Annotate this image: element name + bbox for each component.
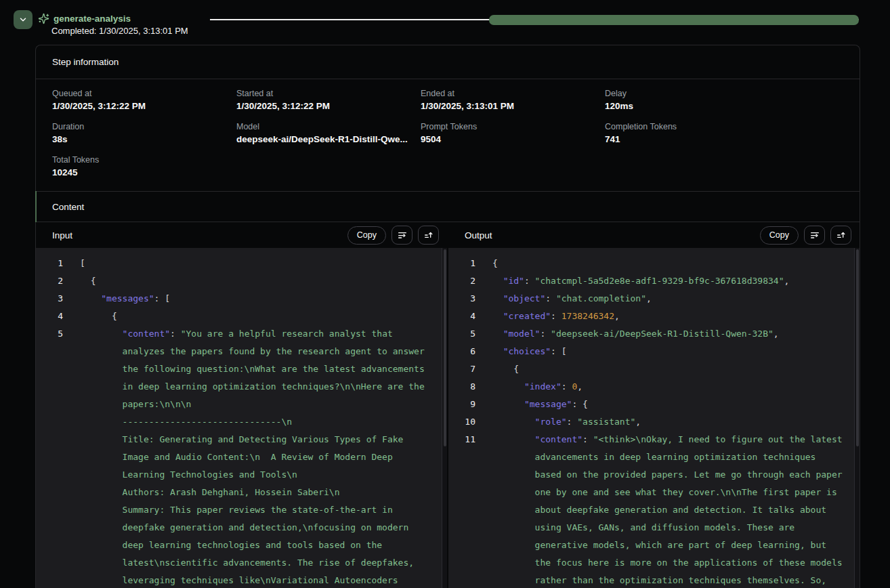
code-line: 9"message": { bbox=[448, 396, 860, 413]
output-scrollbar[interactable] bbox=[854, 248, 860, 588]
line-number: 1 bbox=[36, 255, 63, 272]
field-value: 10245 bbox=[52, 167, 236, 177]
line-number: 4 bbox=[36, 308, 63, 325]
line-number: 7 bbox=[448, 360, 475, 378]
input-scrollbar-thumb[interactable] bbox=[444, 249, 446, 446]
code-line: 3"object": "chat.completion", bbox=[448, 290, 860, 308]
wrap-text-button[interactable] bbox=[804, 226, 825, 245]
code-line: 11"content": "<think>\nOkay, I need to f… bbox=[448, 431, 860, 588]
field-value: 1/30/2025, 3:12:22 PM bbox=[52, 101, 236, 111]
scroll-to-top-icon bbox=[423, 230, 434, 240]
scroll-to-top-button[interactable] bbox=[830, 226, 851, 245]
field-started-at: Started at 1/30/2025, 3:12:22 PM bbox=[236, 89, 421, 111]
code-line: 2"id": "chatcmpl-5a5d2e8e-adf1-9329-bf9c… bbox=[448, 272, 860, 290]
line-number: 3 bbox=[448, 290, 475, 308]
wrap-text-icon bbox=[809, 230, 820, 240]
line-number: 5 bbox=[448, 325, 475, 343]
sparkles-icon bbox=[38, 13, 49, 24]
output-panel-header: Output Copy bbox=[448, 222, 860, 248]
wrap-text-button[interactable] bbox=[391, 226, 412, 245]
code-line: 5"model": "deepseek-ai/DeepSeek-R1-Disti… bbox=[448, 325, 860, 343]
code-line: 3"messages": [ bbox=[36, 290, 447, 308]
step-title: generate-analysis bbox=[54, 14, 131, 24]
copy-output-button[interactable]: Copy bbox=[760, 226, 799, 245]
output-code-viewer[interactable]: 1{2"id": "chatcmpl-5a5d2e8e-adf1-9329-bf… bbox=[448, 248, 860, 588]
line-number: 3 bbox=[36, 290, 63, 308]
scroll-to-top-icon bbox=[836, 230, 847, 240]
field-queued-at: Queued at 1/30/2025, 3:12:22 PM bbox=[52, 89, 236, 111]
code-line: 4"created": 1738246342, bbox=[448, 308, 860, 325]
line-number: 8 bbox=[448, 378, 475, 396]
wrap-text-icon bbox=[397, 230, 408, 240]
step-information-title: Step information bbox=[52, 57, 119, 67]
content-section-header[interactable]: Content bbox=[36, 191, 860, 222]
field-label: Ended at bbox=[421, 89, 605, 98]
scroll-to-top-button[interactable] bbox=[418, 226, 439, 245]
field-label: Completion Tokens bbox=[605, 122, 843, 131]
line-number: 1 bbox=[448, 255, 475, 272]
code-line: 5"content": "You are a helpful research … bbox=[36, 325, 447, 588]
line-number: 2 bbox=[36, 272, 63, 290]
code-line: 2{ bbox=[36, 272, 447, 290]
field-label: Prompt Tokens bbox=[421, 122, 605, 131]
input-scrollbar[interactable] bbox=[442, 248, 447, 588]
field-label: Queued at bbox=[52, 89, 236, 98]
line-number: 9 bbox=[448, 396, 475, 413]
line-number: 4 bbox=[448, 308, 475, 325]
output-scrollbar-thumb[interactable] bbox=[856, 249, 859, 446]
field-value: 1/30/2025, 3:12:22 PM bbox=[236, 101, 421, 111]
input-output-row: Input Copy bbox=[36, 222, 860, 588]
code-line: 4{ bbox=[36, 308, 447, 325]
code-line: 7{ bbox=[448, 360, 860, 378]
step-completed-timestamp: Completed: 1/30/2025, 3:13:01 PM bbox=[51, 26, 188, 36]
field-value: 1/30/2025, 3:13:01 PM bbox=[421, 101, 605, 111]
input-panel-header: Input Copy bbox=[36, 222, 447, 248]
field-label: Duration bbox=[52, 122, 236, 131]
field-ended-at: Ended at 1/30/2025, 3:13:01 PM bbox=[421, 89, 605, 111]
input-code-viewer[interactable]: 1[2{3"messages": [4{5"content": "You are… bbox=[36, 248, 447, 588]
copy-input-button[interactable]: Copy bbox=[347, 226, 386, 245]
field-total-tokens: Total Tokens 10245 bbox=[52, 155, 236, 177]
timeline-duration-bar[interactable] bbox=[489, 15, 859, 25]
field-prompt-tokens: Prompt Tokens 9504 bbox=[421, 122, 605, 144]
collapse-step-button[interactable] bbox=[14, 10, 33, 29]
field-model: Model deepseek-ai/DeepSeek-R1-Distill-Qw… bbox=[236, 122, 421, 144]
code-line: 8"index": 0, bbox=[448, 378, 860, 396]
field-completion-tokens: Completion Tokens 741 bbox=[605, 122, 843, 144]
step-information-header: Step information bbox=[36, 45, 860, 79]
field-delay: Delay 120ms bbox=[605, 89, 843, 111]
content-section-title: Content bbox=[52, 202, 84, 212]
field-value: 9504 bbox=[421, 134, 605, 144]
field-duration: Duration 38s bbox=[52, 122, 236, 144]
line-number: 5 bbox=[36, 325, 63, 588]
field-value: deepseek-ai/DeepSeek-R1-Distill-Qwe... bbox=[236, 134, 421, 144]
field-label: Delay bbox=[605, 89, 843, 98]
code-line: 10"role": "assistant", bbox=[448, 413, 860, 431]
step-header: generate-analysis Completed: 1/30/2025, … bbox=[0, 0, 890, 45]
code-line: 6"choices": [ bbox=[448, 343, 860, 360]
line-number: 6 bbox=[448, 343, 475, 360]
output-panel-title: Output bbox=[465, 230, 492, 240]
field-value: 120ms bbox=[605, 101, 843, 111]
input-panel-actions: Copy bbox=[347, 226, 439, 245]
line-number: 11 bbox=[448, 431, 475, 588]
field-value: 741 bbox=[605, 134, 843, 144]
step-information-fields: Queued at 1/30/2025, 3:12:22 PM Started … bbox=[36, 79, 860, 191]
field-value: 38s bbox=[52, 134, 236, 144]
input-panel-title: Input bbox=[52, 230, 72, 240]
trace-step-view: generate-analysis Completed: 1/30/2025, … bbox=[0, 0, 890, 45]
chevron-down-icon bbox=[18, 15, 28, 24]
field-label: Total Tokens bbox=[52, 155, 236, 165]
field-label: Model bbox=[236, 122, 421, 131]
output-panel: Output Copy bbox=[448, 222, 860, 588]
line-number: 10 bbox=[448, 413, 475, 431]
step-detail-panel: Step information Queued at 1/30/2025, 3:… bbox=[35, 45, 860, 588]
input-panel: Input Copy bbox=[36, 222, 447, 588]
code-line: 1{ bbox=[448, 255, 860, 272]
output-panel-actions: Copy bbox=[760, 226, 851, 245]
code-line: 1[ bbox=[36, 255, 447, 272]
field-label: Started at bbox=[236, 89, 421, 98]
line-number: 2 bbox=[448, 272, 475, 290]
